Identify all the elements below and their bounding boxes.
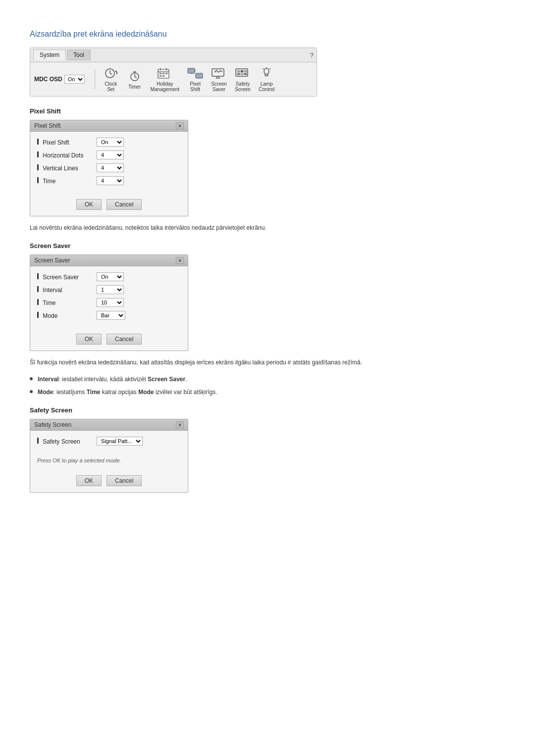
safety-screen-cancel-button[interactable]: Cancel	[107, 475, 142, 486]
holiday-label-line1: Holiday	[157, 81, 173, 87]
screen-saver-dialog-title: Screen Saver	[34, 257, 70, 264]
lamp-control-label-line1: Lamp	[261, 81, 273, 87]
svg-rect-17	[188, 68, 195, 73]
pixel-shift-label-0: Pixel Shift	[37, 139, 97, 146]
screen-saver-row-0: Screen Saver OnOff	[37, 272, 181, 281]
svg-rect-12	[160, 73, 161, 74]
pixel-shift-close-button[interactable]: ✕	[176, 122, 184, 129]
safety-screen-section-title: Safety Screen	[30, 406, 505, 414]
clock-set-label-line1: Clock	[105, 81, 117, 87]
screen-saver-select-2[interactable]: 10515	[97, 298, 124, 307]
safety-screen-select-0[interactable]: Signal Patt...ScrollPixel	[97, 437, 143, 446]
svg-rect-28	[237, 73, 240, 75]
toolbar-item-holiday[interactable]: Holiday Management	[148, 65, 182, 93]
mode-bold: Mode	[38, 389, 53, 396]
clock-set-label-line2: Set	[107, 87, 114, 92]
pixel-shift-titlebar: Pixel Shift ✕	[30, 120, 188, 132]
mdc-osd-select[interactable]: On Off	[64, 75, 85, 84]
pixel-shift-cancel-button[interactable]: Cancel	[107, 199, 142, 210]
svg-rect-18	[196, 73, 203, 78]
pixel-shift-select-0[interactable]: OnOff	[97, 138, 124, 147]
screen-saver-select-1[interactable]: 123	[97, 285, 124, 294]
toolbar-item-pixel-shift[interactable]: Pixel Shift	[184, 65, 206, 93]
svg-rect-27	[244, 70, 247, 72]
svg-rect-30	[244, 73, 247, 75]
tab-system[interactable]: System	[33, 50, 66, 60]
svg-rect-26	[241, 70, 243, 72]
safety-screen-label-0: Safety Screen	[37, 438, 97, 445]
toolbar-tabs: System Tool ?	[30, 48, 317, 62]
pixel-shift-dialog: Pixel Shift ✕ Pixel Shift OnOff Horizont…	[30, 120, 188, 216]
pixel-shift-label-3: Time	[37, 177, 97, 185]
svg-point-31	[264, 68, 269, 74]
label-bar-2	[37, 164, 39, 170]
pixel-shift-body: Pixel Shift OnOff Horizontal Dots 4123 V…	[30, 132, 188, 195]
screen-saver-titlebar: Screen Saver ✕	[30, 255, 188, 266]
screen-saver-bullets: Interval: iestatiet intervālu, kādā akti…	[30, 375, 505, 397]
svg-rect-24	[236, 69, 248, 76]
screen-saver-description: Šī funkcija novērš ekrāna iededzināšanu,…	[30, 358, 505, 367]
pixel-shift-select-2[interactable]: 4123	[97, 163, 124, 172]
toolbar-item-lamp-control[interactable]: Lamp Control	[256, 65, 277, 93]
safety-screen-row-0: Safety Screen Signal Patt...ScrollPixel	[37, 437, 181, 446]
lamp-control-label-line2: Control	[259, 87, 274, 92]
pixel-shift-label-1: Horizontal Dots	[37, 151, 97, 159]
mdc-osd-control: MDC OSD On Off	[34, 75, 85, 84]
screen-saver-ok-button[interactable]: OK	[76, 334, 102, 345]
screen-saver-body: Screen Saver OnOff Interval 123 Time 105…	[30, 266, 188, 330]
screen-saver-close-button[interactable]: ✕	[176, 257, 184, 264]
svg-line-36	[269, 68, 270, 69]
pixel-shift-row-3: Time 4123	[37, 176, 181, 185]
clock-set-icon	[103, 66, 119, 80]
safety-screen-dialog: Safety Screen ✕ Safety Screen Signal Pat…	[30, 419, 188, 493]
bullet-text-mode: Mode: iestatījums Time katrai opcijas Mo…	[38, 388, 217, 397]
mdc-osd-label: MDC OSD	[34, 76, 62, 83]
safety-screen-ok-button[interactable]: OK	[76, 475, 102, 486]
toolbar-body: MDC OSD On Off Clock Set	[30, 62, 317, 96]
safety-screen-titlebar: Safety Screen ✕	[30, 419, 188, 431]
label-bar-3	[37, 177, 39, 183]
safety-screen-dialog-title: Safety Screen	[34, 421, 71, 428]
svg-line-2	[110, 73, 112, 74]
label-bar-1	[37, 151, 39, 157]
toolbar: System Tool ? MDC OSD On Off	[30, 48, 317, 97]
pixel-shift-label-line1: Pixel	[190, 81, 201, 87]
toolbar-item-timer[interactable]: Timer	[124, 68, 146, 91]
toolbar-item-safety-screen[interactable]: Safety Screen	[232, 65, 254, 93]
screen-saver-label-2: Time	[37, 299, 97, 306]
safety-screen-note: Press OK to play a selected mode.	[30, 455, 188, 466]
label-bar-0	[37, 139, 39, 145]
pixel-shift-ok-button[interactable]: OK	[76, 199, 102, 210]
safety-screen-body: Safety Screen Signal Patt...ScrollPixel	[30, 431, 188, 455]
screen-saver-icon	[211, 66, 227, 80]
screen-saver-label-0: Screen Saver	[37, 273, 97, 281]
screen-saver-label-line2: Saver	[213, 87, 225, 92]
pixel-shift-row-1: Horizontal Dots 4123	[37, 151, 181, 159]
svg-line-37	[263, 68, 264, 69]
pixel-shift-label-2: Vertical Lines	[37, 164, 97, 172]
safety-screen-close-button[interactable]: ✕	[176, 421, 184, 428]
screen-saver-row-1: Interval 123	[37, 285, 181, 294]
screen-saver-footer: OK Cancel	[30, 330, 188, 351]
bullet-dot-1	[30, 390, 33, 393]
svg-line-5	[135, 77, 137, 78]
toolbar-item-clock-set[interactable]: Clock Set	[100, 65, 122, 93]
tab-tool[interactable]: Tool	[67, 50, 91, 60]
pixel-shift-label-line2: Shift	[190, 87, 200, 92]
screen-saver-select-3[interactable]: BarFadeScroll	[97, 311, 125, 320]
pixel-shift-select-3[interactable]: 4123	[97, 176, 124, 185]
svg-rect-21	[212, 69, 224, 76]
screen-saver-label-3: Mode	[37, 312, 97, 319]
help-icon[interactable]: ?	[310, 51, 314, 59]
interval-bold: Interval	[38, 376, 59, 383]
safety-screen-icon	[235, 66, 251, 80]
svg-rect-15	[160, 75, 161, 77]
bullet-item-interval: Interval: iestatiet intervālu, kādā akti…	[30, 375, 505, 384]
holiday-icon	[157, 66, 173, 80]
screen-saver-select-0[interactable]: OnOff	[97, 272, 124, 281]
page-title: Aizsardzība pret ekrāna iededzināšanu	[30, 30, 505, 39]
toolbar-item-screen-saver[interactable]: Screen Saver	[208, 65, 230, 93]
screen-saver-cancel-button[interactable]: Cancel	[107, 334, 142, 345]
pixel-shift-select-1[interactable]: 4123	[97, 151, 124, 159]
pixel-shift-description: Lai novērstu ekrāna iededzināšanu, notei…	[30, 223, 505, 232]
